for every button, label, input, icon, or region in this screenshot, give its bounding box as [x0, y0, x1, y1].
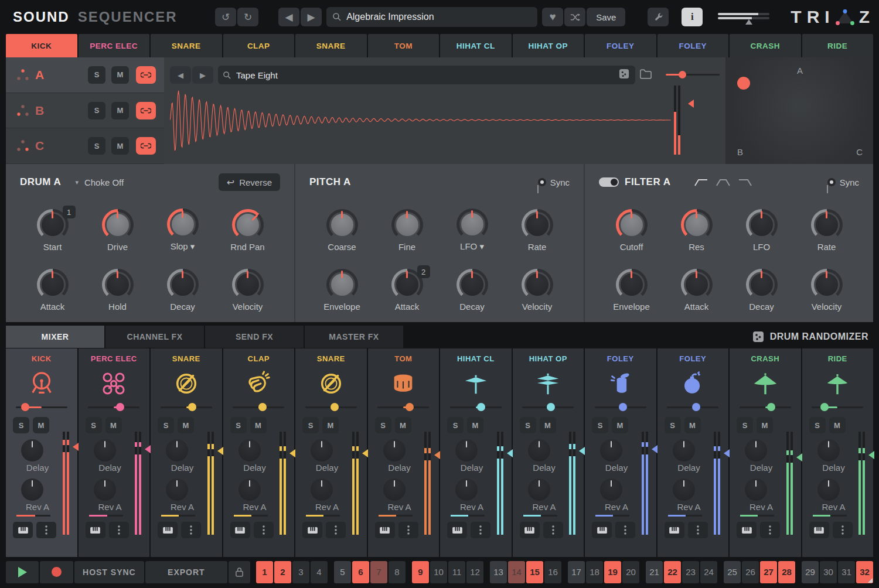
- layer-solo-button[interactable]: S: [88, 102, 105, 119]
- step-24[interactable]: 24: [700, 561, 717, 583]
- channel-keyboard-button[interactable]: [158, 522, 178, 538]
- layer-mute-button[interactable]: M: [111, 137, 129, 155]
- slider-handle[interactable]: [406, 403, 414, 411]
- drum-tab-snare[interactable]: SNARE: [295, 34, 367, 57]
- knob-coarse[interactable]: [326, 209, 358, 241]
- knob-envelope[interactable]: [326, 269, 358, 300]
- channel-volume-slider[interactable]: [161, 403, 212, 411]
- knob-lfo[interactable]: [746, 209, 778, 241]
- step-8[interactable]: 8: [389, 561, 406, 583]
- layer-xy-pad[interactable]: A B C: [725, 57, 873, 164]
- sample-waveform[interactable]: [170, 84, 720, 156]
- drum-tab-foley[interactable]: FOLEY: [657, 34, 729, 57]
- step-18[interactable]: 18: [586, 561, 603, 583]
- mixer-channel-foley[interactable]: FOLEYSMDelayRev A: [585, 348, 656, 557]
- layer-row-a[interactable]: ASM: [6, 57, 164, 93]
- fx-tab-channel-fx[interactable]: CHANNEL FX: [105, 326, 204, 348]
- channel-delay-knob[interactable]: [600, 439, 622, 461]
- mixer-channel-crash[interactable]: CRASHSMDelayRev A: [730, 348, 801, 557]
- channel-volume-slider[interactable]: [522, 403, 574, 411]
- balance-marker[interactable]: [745, 19, 752, 25]
- channel-meter-marker[interactable]: [652, 445, 657, 453]
- channel-volume-slider[interactable]: [377, 403, 429, 411]
- channel-meter-marker[interactable]: [868, 451, 874, 459]
- channel-meter-marker[interactable]: [145, 445, 151, 453]
- drum-tab-ride[interactable]: RIDE: [802, 34, 874, 57]
- channel-volume-slider[interactable]: [595, 403, 646, 411]
- channel-meter-marker[interactable]: [724, 449, 730, 457]
- step-20[interactable]: 20: [622, 561, 639, 583]
- mixer-channel-snare[interactable]: SNARESMDelayRev A: [151, 348, 222, 557]
- layer-row-b[interactable]: BSM: [6, 93, 164, 129]
- channel-mute-button[interactable]: M: [540, 417, 556, 433]
- channel-reverb-knob[interactable]: [311, 478, 333, 501]
- mixer-channel-hihat-op[interactable]: HIHAT OPSMDelayRev A: [513, 348, 584, 557]
- channel-mute-button[interactable]: M: [612, 417, 628, 433]
- slider-handle[interactable]: [258, 403, 267, 411]
- step-6[interactable]: 6: [352, 561, 369, 583]
- step-25[interactable]: 25: [724, 561, 741, 583]
- random-sample-button[interactable]: [618, 67, 631, 83]
- knob-cutoff[interactable]: [616, 209, 648, 241]
- step-2[interactable]: 2: [274, 561, 291, 583]
- filter-sync-toggle[interactable]: [827, 178, 836, 186]
- slider-handle[interactable]: [679, 71, 686, 78]
- channel-volume-slider[interactable]: [305, 403, 357, 411]
- channel-solo-button[interactable]: S: [447, 417, 464, 433]
- slider-handle[interactable]: [331, 403, 339, 411]
- step-30[interactable]: 30: [820, 561, 837, 583]
- channel-menu-button[interactable]: [181, 522, 201, 538]
- drum-tab-hihat-op[interactable]: HIHAT OP: [513, 34, 584, 57]
- channel-mute-button[interactable]: M: [250, 417, 267, 433]
- drum-randomizer-button[interactable]: DRUM RANDOMIZER: [752, 331, 873, 343]
- prev-sample-button[interactable]: ◀: [170, 66, 191, 84]
- channel-menu-button[interactable]: [36, 522, 56, 538]
- slider-handle[interactable]: [767, 403, 775, 411]
- channel-reverb-knob[interactable]: [673, 478, 695, 501]
- knob-res[interactable]: [681, 209, 713, 241]
- layer-meter-marker[interactable]: [688, 100, 694, 108]
- channel-menu-button[interactable]: [326, 522, 346, 538]
- channel-delay-knob[interactable]: [166, 439, 188, 461]
- channel-delay-knob[interactable]: [745, 439, 767, 461]
- channel-menu-button[interactable]: [398, 522, 418, 538]
- knob-hold[interactable]: [102, 269, 134, 300]
- channel-volume-slider[interactable]: [667, 403, 718, 411]
- channel-volume-slider[interactable]: [740, 403, 791, 411]
- channel-delay-knob[interactable]: [528, 439, 550, 461]
- slider-handle[interactable]: [547, 403, 555, 411]
- drum-tab-tom[interactable]: TOM: [368, 34, 440, 57]
- channel-solo-button[interactable]: S: [592, 417, 608, 433]
- channel-keyboard-button[interactable]: [86, 522, 105, 538]
- step-11[interactable]: 11: [448, 561, 465, 583]
- channel-keyboard-button[interactable]: [230, 522, 250, 538]
- step-19[interactable]: 19: [604, 561, 621, 583]
- layer-link-button[interactable]: [136, 137, 156, 155]
- channel-delay-knob[interactable]: [239, 439, 261, 461]
- channel-keyboard-button[interactable]: [737, 522, 757, 538]
- step-26[interactable]: 26: [742, 561, 759, 583]
- channel-reverb-knob[interactable]: [600, 478, 622, 501]
- channel-menu-button[interactable]: [543, 522, 563, 538]
- slider-handle[interactable]: [820, 403, 829, 411]
- channel-keyboard-button[interactable]: [592, 522, 612, 538]
- channel-mute-button[interactable]: M: [322, 417, 339, 433]
- drum-tab-hihat-cl[interactable]: HIHAT CL: [440, 34, 512, 57]
- mixer-channel-clap[interactable]: CLAPSMDelayRev A: [223, 348, 295, 557]
- channel-meter-marker[interactable]: [362, 449, 368, 457]
- next-preset-button[interactable]: ▶: [301, 8, 322, 26]
- xy-blend-handle[interactable]: [737, 77, 750, 90]
- fx-tab-mixer[interactable]: MIXER: [6, 326, 104, 348]
- layer-link-button[interactable]: [136, 102, 156, 119]
- step-1[interactable]: 1: [256, 561, 273, 583]
- knob-slop[interactable]: [167, 208, 199, 240]
- channel-mute-button[interactable]: M: [105, 417, 122, 433]
- drum-tab-snare[interactable]: SNARE: [151, 34, 222, 57]
- lock-button[interactable]: [229, 561, 250, 583]
- channel-keyboard-button[interactable]: [520, 522, 540, 538]
- slider-handle[interactable]: [116, 403, 124, 411]
- channel-volume-slider[interactable]: [88, 403, 139, 411]
- bandpass-icon[interactable]: [716, 177, 731, 187]
- channel-reverb-knob[interactable]: [94, 478, 116, 501]
- drum-tab-clap[interactable]: CLAP: [223, 34, 295, 57]
